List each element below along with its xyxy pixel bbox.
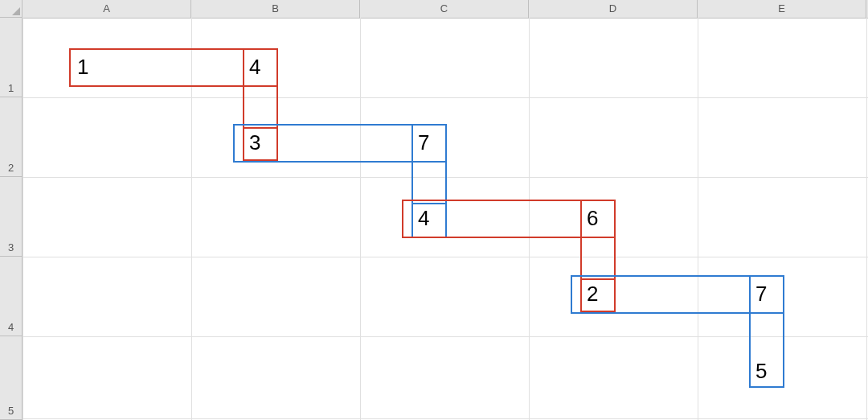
val-r3-right: 6 xyxy=(587,206,598,231)
link-2-3 xyxy=(411,161,447,204)
gridline-v xyxy=(360,18,361,420)
val-r2-right: 7 xyxy=(418,130,429,155)
row-header-4[interactable]: 4 xyxy=(0,257,23,336)
val-r1-left: 1 xyxy=(77,55,88,80)
link-1-2 xyxy=(243,85,278,129)
row-header-3[interactable]: 3 xyxy=(0,177,23,257)
select-all-corner[interactable] xyxy=(0,0,23,18)
val-r4-left: 2 xyxy=(587,282,598,307)
select-all-triangle-icon xyxy=(12,7,20,15)
gridline-v xyxy=(866,18,867,420)
col-header-A[interactable]: A xyxy=(23,0,191,18)
val-r2-left: 3 xyxy=(249,130,260,155)
val-r4-right: 7 xyxy=(755,282,767,307)
gridline-h xyxy=(23,97,868,98)
col-header-E[interactable]: E xyxy=(698,0,866,18)
col-header-B[interactable]: B xyxy=(191,0,360,18)
link-3-4 xyxy=(580,237,616,280)
col-header-D[interactable]: D xyxy=(529,0,698,18)
gridline-h xyxy=(23,257,868,257)
col-header-C[interactable]: C xyxy=(360,0,529,18)
val-r5: 5 xyxy=(755,359,767,384)
gridline-v xyxy=(23,18,23,420)
gridline-v xyxy=(698,18,698,420)
row-header-2[interactable]: 2 xyxy=(0,97,23,177)
row-header-5[interactable]: 5 xyxy=(0,336,23,420)
row-header-1[interactable]: 1 xyxy=(0,18,23,97)
gridline-h xyxy=(23,336,868,337)
gridline-h xyxy=(23,418,868,419)
val-r1-right: 4 xyxy=(249,55,260,80)
val-r3-left: 4 xyxy=(418,206,429,231)
